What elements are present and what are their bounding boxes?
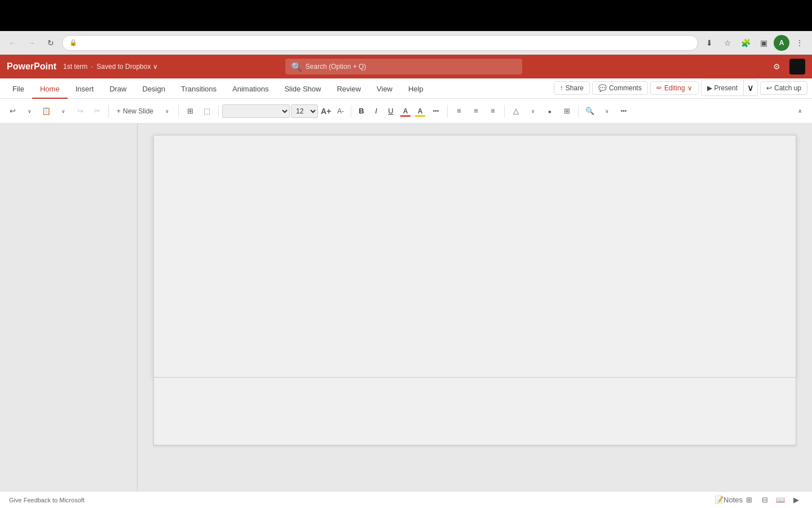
text-color-button[interactable]: A (399, 104, 412, 118)
editing-button[interactable]: ✏ Editing ∨ (650, 81, 699, 95)
underline-icon: U (388, 107, 393, 115)
tab-view[interactable]: View (369, 80, 400, 99)
search-bar[interactable]: 🔍 Search (Option + Q) (285, 59, 522, 75)
tab-insert[interactable]: Insert (68, 80, 102, 99)
nav-actions: ⬇ ☆ 🧩 ▣ A ⋮ (701, 35, 807, 51)
tab-review[interactable]: Review (329, 80, 369, 99)
align-button[interactable]: ≡ (485, 103, 501, 119)
editing-label: Editing (664, 84, 685, 92)
address-bar[interactable]: 🔒 (62, 35, 698, 51)
toolbar-overflow-button[interactable]: ••• (616, 103, 632, 119)
decrease-font-icon: A- (337, 107, 344, 115)
tab-slideshow[interactable]: Slide Show (276, 80, 329, 99)
editing-icon: ✏ (656, 84, 662, 92)
sidebar-button[interactable]: ▣ (756, 35, 771, 51)
comments-button[interactable]: 💬 Comments (592, 81, 648, 95)
tab-transitions[interactable]: Transitions (173, 80, 224, 99)
find-dropdown-button[interactable]: ∨ (599, 103, 615, 119)
tab-animations[interactable]: Animations (224, 80, 276, 99)
presenter-view-button[interactable]: ▶ (789, 493, 803, 507)
file-info: 1st term - Saved to Dropbox ∨ (63, 63, 158, 71)
slide-sorter-button[interactable]: ⊟ (758, 493, 771, 507)
paste-button[interactable]: 📋 (38, 103, 54, 119)
highlight-color-indicator (415, 115, 425, 117)
new-slide-icon: + (117, 107, 121, 115)
status-bar: Give Feedback to Microsoft 📝 Notes ⊞ ⊟ 📖… (0, 491, 812, 508)
paste-dropdown-button[interactable]: ∨ (55, 103, 71, 119)
catch-label: Catch up (774, 84, 801, 92)
reload-button[interactable]: ↻ (43, 35, 59, 51)
ribbon-right-actions: ↑ Share 💬 Comments ✏ Editing ∨ ▶ Present… (554, 80, 807, 98)
download-button[interactable]: ⬇ (701, 35, 717, 51)
numbering-button[interactable]: ≡ (468, 103, 484, 119)
layout-dropdown-button[interactable]: ∨ (159, 103, 175, 119)
notes-button[interactable]: 📝 Notes (722, 493, 735, 507)
tab-design[interactable]: Design (135, 80, 173, 99)
increase-font-icon: A+ (321, 107, 331, 116)
shapes-button[interactable]: △ (508, 103, 524, 119)
bullets-button[interactable]: ≡ (451, 103, 467, 119)
ribbon-tabs: File Home Insert Draw Design Transitions… (0, 78, 812, 99)
search-icon: 🔍 (291, 62, 302, 72)
normal-view-button[interactable]: ⊞ (742, 493, 756, 507)
file-save-status[interactable]: Saved to Dropbox ∨ (96, 63, 158, 71)
status-bar-right: 📝 Notes ⊞ ⊟ 📖 ▶ (722, 493, 803, 507)
save-dropdown-icon: ∨ (153, 63, 158, 71)
catch-up-button[interactable]: ↩ Catch up (760, 81, 807, 95)
new-slide-button[interactable]: + New Slide (112, 103, 158, 119)
bookmark-button[interactable]: ☆ (720, 35, 735, 51)
toolbar-expand-button[interactable]: ∧ (792, 103, 807, 119)
comments-icon: 💬 (598, 84, 607, 92)
shapes-dropdown-button[interactable]: ∨ (525, 103, 541, 119)
more-formatting-button[interactable]: ••• (428, 103, 444, 119)
reading-view-button[interactable]: 📖 (774, 493, 787, 507)
comments-label: Comments (609, 84, 642, 92)
layout-button[interactable]: ⊞ (182, 103, 198, 119)
fill-button[interactable]: ⬥ (542, 103, 558, 119)
main-area (0, 124, 812, 491)
underline-button[interactable]: U (384, 104, 398, 118)
toolbar-divider-3 (218, 105, 219, 117)
tab-draw[interactable]: Draw (102, 80, 134, 99)
tab-help[interactable]: Help (400, 80, 431, 99)
undo-dropdown-button[interactable]: ∨ (21, 103, 37, 119)
tab-file[interactable]: File (5, 80, 32, 99)
file-separator: - (91, 63, 93, 71)
feedback-link[interactable]: Give Feedback to Microsoft (9, 497, 85, 503)
arrange-button[interactable]: ⊞ (559, 103, 575, 119)
toolbar-divider-1 (108, 105, 109, 117)
find-button[interactable]: 🔍 (582, 103, 598, 119)
italic-button[interactable]: I (369, 104, 383, 118)
font-size-select[interactable]: 12 (291, 104, 318, 118)
user-name-button[interactable] (789, 59, 805, 75)
reset-button[interactable]: ⬚ (199, 103, 215, 119)
catch-icon: ↩ (766, 84, 772, 92)
toolbar-divider-7 (578, 105, 579, 117)
increase-font-button[interactable]: A+ (319, 104, 333, 118)
bold-button[interactable]: B (355, 104, 368, 118)
present-dropdown-button[interactable]: ∨ (743, 80, 757, 95)
redo-button[interactable]: ↪ (72, 103, 88, 119)
profile-button[interactable]: A (774, 35, 789, 51)
extensions-button[interactable]: 🧩 (738, 35, 753, 51)
notes-icon: 📝 (714, 496, 723, 504)
slide-canvas-main (153, 135, 796, 378)
back-button[interactable]: ← (5, 35, 20, 51)
slide-canvas-second (153, 378, 796, 445)
highlight-button[interactable]: A (413, 104, 427, 118)
tab-home[interactable]: Home (32, 80, 68, 99)
settings-button[interactable]: ⚙ (769, 59, 785, 75)
menu-button[interactable]: ⋮ (792, 35, 807, 51)
present-icon: ▶ (707, 84, 712, 92)
app-bar: PowerPoint 1st term - Saved to Dropbox ∨… (0, 55, 812, 78)
share-icon: ↑ (560, 84, 563, 92)
toolbar-divider-2 (178, 105, 179, 117)
share-button[interactable]: ↑ Share (554, 81, 590, 95)
undo-button[interactable]: ↩ (5, 103, 20, 119)
present-button[interactable]: ▶ Present (701, 82, 743, 94)
font-select[interactable] (222, 104, 290, 118)
forward-button[interactable]: → (24, 35, 39, 51)
decrease-font-button[interactable]: A- (334, 104, 347, 118)
slide-canvas-area[interactable] (138, 124, 812, 491)
cut-button[interactable]: ✂ (89, 103, 105, 119)
